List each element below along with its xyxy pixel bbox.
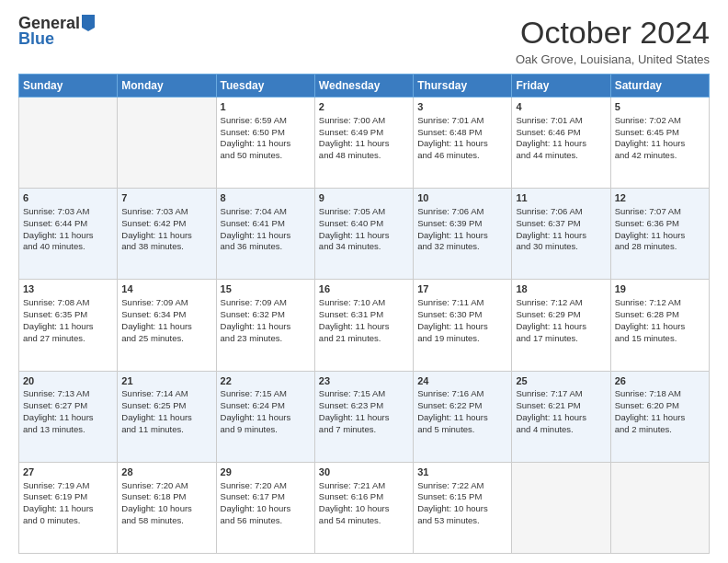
day-number: 7: [121, 191, 211, 205]
day-number: 9: [319, 191, 409, 205]
day-number: 31: [417, 465, 507, 479]
calendar-week-3: 13Sunrise: 7:08 AMSunset: 6:35 PMDayligh…: [19, 280, 710, 371]
calendar-cell: 4Sunrise: 7:01 AMSunset: 6:46 PMDaylight…: [512, 98, 610, 189]
day-number: 26: [615, 374, 705, 388]
day-number: 25: [516, 374, 606, 388]
logo-blue-text: Blue: [18, 29, 54, 48]
calendar-cell: 6Sunrise: 7:03 AMSunset: 6:44 PMDaylight…: [19, 189, 118, 280]
calendar-week-5: 27Sunrise: 7:19 AMSunset: 6:19 PMDayligh…: [19, 462, 710, 553]
calendar-cell: 14Sunrise: 7:09 AMSunset: 6:34 PMDayligh…: [118, 280, 216, 371]
svg-marker-0: [82, 15, 95, 31]
month-title: October 2024: [516, 15, 710, 51]
day-number: 29: [221, 465, 311, 479]
day-number: 11: [516, 191, 606, 205]
day-number: 24: [417, 374, 507, 388]
calendar-cell: 19Sunrise: 7:12 AMSunset: 6:28 PMDayligh…: [610, 280, 709, 371]
calendar-cell: 5Sunrise: 7:02 AMSunset: 6:45 PMDaylight…: [610, 98, 709, 189]
day-number: 21: [121, 374, 211, 388]
calendar-header-friday: Friday: [512, 75, 610, 98]
calendar-cell: 31Sunrise: 7:22 AMSunset: 6:15 PMDayligh…: [414, 462, 512, 553]
calendar-cell: 20Sunrise: 7:13 AMSunset: 6:27 PMDayligh…: [19, 371, 118, 462]
calendar-cell: 30Sunrise: 7:21 AMSunset: 6:16 PMDayligh…: [314, 462, 413, 553]
day-number: 18: [516, 282, 606, 296]
calendar-header-saturday: Saturday: [610, 75, 709, 98]
day-number: 5: [615, 100, 705, 114]
calendar-cell: [512, 462, 610, 553]
calendar-week-2: 6Sunrise: 7:03 AMSunset: 6:44 PMDaylight…: [19, 189, 710, 280]
day-number: 1: [221, 100, 311, 114]
day-number: 10: [417, 191, 507, 205]
calendar-cell: [118, 98, 216, 189]
calendar-cell: 3Sunrise: 7:01 AMSunset: 6:48 PMDaylight…: [414, 98, 512, 189]
day-number: 17: [417, 282, 507, 296]
calendar-cell: 2Sunrise: 7:00 AMSunset: 6:49 PMDaylight…: [314, 98, 413, 189]
calendar-header-monday: Monday: [118, 75, 216, 98]
day-number: 20: [23, 374, 113, 388]
title-area: October 2024 Oak Grove, Louisiana, Unite…: [516, 15, 710, 66]
calendar-cell: 11Sunrise: 7:06 AMSunset: 6:37 PMDayligh…: [512, 189, 610, 280]
calendar-cell: 15Sunrise: 7:09 AMSunset: 6:32 PMDayligh…: [216, 280, 314, 371]
calendar-week-4: 20Sunrise: 7:13 AMSunset: 6:27 PMDayligh…: [19, 371, 710, 462]
day-number: 8: [221, 191, 311, 205]
day-number: 13: [23, 282, 113, 296]
calendar-cell: 25Sunrise: 7:17 AMSunset: 6:21 PMDayligh…: [512, 371, 610, 462]
day-number: 22: [221, 374, 311, 388]
calendar-cell: [610, 462, 709, 553]
calendar-cell: 13Sunrise: 7:08 AMSunset: 6:35 PMDayligh…: [19, 280, 118, 371]
calendar-header-wednesday: Wednesday: [314, 75, 413, 98]
calendar-cell: 18Sunrise: 7:12 AMSunset: 6:29 PMDayligh…: [512, 280, 610, 371]
calendar-cell: 17Sunrise: 7:11 AMSunset: 6:30 PMDayligh…: [414, 280, 512, 371]
day-number: 6: [23, 191, 113, 205]
day-number: 3: [417, 100, 507, 114]
calendar-header-tuesday: Tuesday: [216, 75, 314, 98]
day-number: 30: [319, 465, 409, 479]
calendar-cell: 28Sunrise: 7:20 AMSunset: 6:18 PMDayligh…: [118, 462, 216, 553]
header: General Blue October 2024 Oak Grove, Lou…: [18, 15, 710, 66]
location: Oak Grove, Louisiana, United States: [516, 52, 710, 66]
day-number: 16: [319, 282, 409, 296]
calendar-cell: 23Sunrise: 7:15 AMSunset: 6:23 PMDayligh…: [314, 371, 413, 462]
calendar-cell: 29Sunrise: 7:20 AMSunset: 6:17 PMDayligh…: [216, 462, 314, 553]
day-number: 12: [615, 191, 705, 205]
day-number: 28: [121, 465, 211, 479]
calendar-cell: 24Sunrise: 7:16 AMSunset: 6:22 PMDayligh…: [414, 371, 512, 462]
calendar-header-thursday: Thursday: [414, 75, 512, 98]
page: General Blue October 2024 Oak Grove, Lou…: [0, 0, 728, 563]
day-number: 27: [23, 465, 113, 479]
calendar-cell: 22Sunrise: 7:15 AMSunset: 6:24 PMDayligh…: [216, 371, 314, 462]
day-number: 15: [221, 282, 311, 296]
calendar-cell: [19, 98, 118, 189]
calendar-cell: 21Sunrise: 7:14 AMSunset: 6:25 PMDayligh…: [118, 371, 216, 462]
calendar-cell: 9Sunrise: 7:05 AMSunset: 6:40 PMDaylight…: [314, 189, 413, 280]
day-number: 14: [121, 282, 211, 296]
day-number: 23: [319, 374, 409, 388]
calendar-cell: 8Sunrise: 7:04 AMSunset: 6:41 PMDaylight…: [216, 189, 314, 280]
calendar-week-1: 1Sunrise: 6:59 AMSunset: 6:50 PMDaylight…: [19, 98, 710, 189]
calendar-cell: 7Sunrise: 7:03 AMSunset: 6:42 PMDaylight…: [118, 189, 216, 280]
day-number: 2: [319, 100, 409, 114]
calendar-cell: 1Sunrise: 6:59 AMSunset: 6:50 PMDaylight…: [216, 98, 314, 189]
logo: General Blue: [18, 15, 95, 49]
day-number: 4: [516, 100, 606, 114]
calendar-cell: 16Sunrise: 7:10 AMSunset: 6:31 PMDayligh…: [314, 280, 413, 371]
calendar-header-sunday: Sunday: [19, 75, 118, 98]
calendar-cell: 10Sunrise: 7:06 AMSunset: 6:39 PMDayligh…: [414, 189, 512, 280]
calendar-cell: 27Sunrise: 7:19 AMSunset: 6:19 PMDayligh…: [19, 462, 118, 553]
calendar: SundayMondayTuesdayWednesdayThursdayFrid…: [18, 74, 710, 554]
logo-icon: [82, 15, 95, 31]
calendar-cell: 12Sunrise: 7:07 AMSunset: 6:36 PMDayligh…: [610, 189, 709, 280]
calendar-header-row: SundayMondayTuesdayWednesdayThursdayFrid…: [19, 75, 710, 98]
day-number: 19: [615, 282, 705, 296]
calendar-cell: 26Sunrise: 7:18 AMSunset: 6:20 PMDayligh…: [610, 371, 709, 462]
